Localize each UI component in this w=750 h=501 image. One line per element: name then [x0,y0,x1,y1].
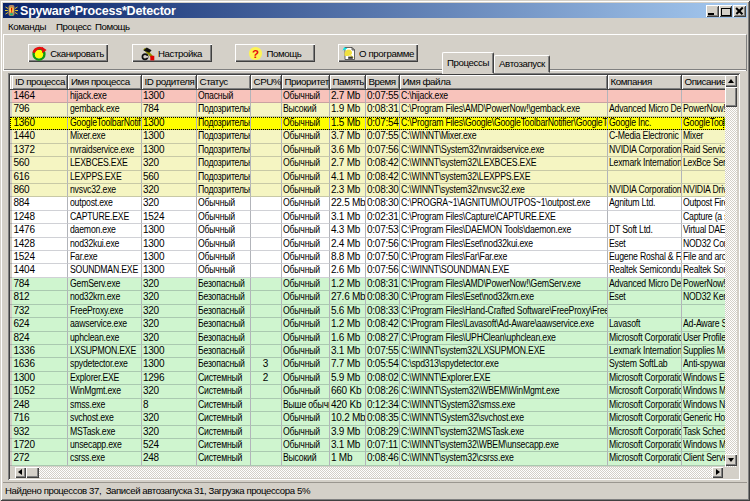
svg-text:?: ? [253,47,260,59]
